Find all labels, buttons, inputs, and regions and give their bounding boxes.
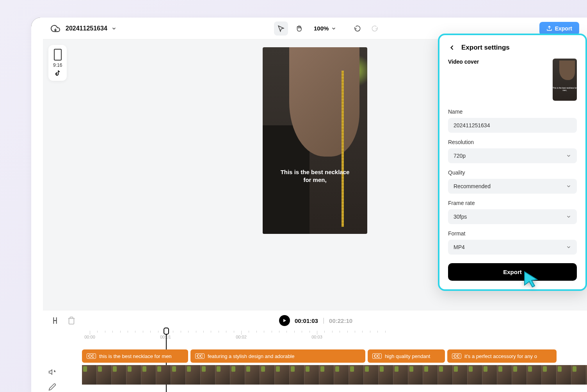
upload-icon — [546, 25, 552, 31]
project-title: 202411251634 — [66, 25, 107, 32]
video-thumbnail[interactable] — [260, 365, 275, 385]
video-thumbnail[interactable] — [290, 365, 304, 385]
video-thumbnail[interactable] — [453, 365, 468, 385]
chevron-down-icon — [111, 26, 117, 31]
tiktok-icon — [54, 70, 61, 77]
quality-label: Quality — [448, 169, 577, 176]
video-thumbnail[interactable] — [186, 365, 201, 385]
cc-icon: CC — [452, 353, 461, 359]
video-thumbnail[interactable] — [97, 365, 112, 385]
cc-icon: CC — [195, 353, 205, 359]
video-thumbnail[interactable] — [230, 365, 245, 385]
chevron-down-icon — [566, 214, 571, 219]
volume-icon[interactable] — [48, 368, 56, 376]
video-thumbnail[interactable] — [112, 365, 126, 385]
undo-button[interactable] — [350, 21, 365, 36]
video-thumbnail[interactable] — [156, 365, 171, 385]
video-thumbnail[interactable] — [275, 365, 290, 385]
edit-track-icon[interactable] — [48, 383, 56, 391]
format-select[interactable]: MP4 — [448, 240, 577, 255]
split-icon[interactable] — [51, 316, 59, 325]
track-icons — [48, 368, 56, 391]
cursor-tool[interactable] — [274, 21, 288, 36]
video-thumbnail[interactable] — [334, 365, 349, 385]
video-thumbnail[interactable] — [468, 365, 482, 385]
timeline-ruler[interactable]: 00:0000:0100:0200:03 — [43, 331, 587, 344]
video-thumbnail[interactable] — [171, 365, 186, 385]
playhead-handle[interactable] — [164, 328, 169, 335]
resolution-group: Resolution 720p — [448, 139, 577, 163]
video-preview[interactable]: This is the best necklace for men, — [263, 47, 367, 234]
name-input[interactable] — [448, 118, 577, 133]
video-thumbnail[interactable] — [141, 365, 156, 385]
chevron-down-icon — [566, 184, 571, 189]
export-label: Export — [555, 25, 572, 32]
tutorial-cursor — [521, 270, 540, 290]
video-thumbnail[interactable] — [82, 365, 97, 385]
chevron-down-icon — [331, 26, 336, 31]
caption-clip[interactable]: CChigh quality pendant — [368, 349, 445, 363]
topbar-right: Export — [539, 22, 579, 35]
video-thumbnail[interactable] — [527, 365, 542, 385]
caption-clip[interactable]: CCit's a perfect accessory for any o — [447, 349, 557, 363]
total-time: 00:22:10 — [329, 317, 352, 324]
cover-thumbnail[interactable]: This is the best necklace for men, — [553, 59, 577, 101]
chevron-down-icon — [566, 153, 571, 159]
ruler-label: 00:02 — [236, 335, 247, 339]
topbar-center: 100% — [274, 21, 382, 36]
video-thumbnail[interactable] — [408, 365, 423, 385]
aspect-ratio-label: 9:16 — [53, 62, 62, 68]
format-group: Format MP4 — [448, 230, 577, 255]
aspect-ratio-card[interactable]: 9:16 — [48, 45, 67, 81]
cc-icon: CC — [87, 353, 96, 359]
export-action-button[interactable]: Export — [448, 263, 577, 281]
export-button[interactable]: Export — [539, 22, 579, 35]
video-thumbnail[interactable] — [497, 365, 512, 385]
framerate-select[interactable]: 30fps — [448, 209, 577, 224]
caption-clip[interactable]: CCthis is the best necklace for men — [82, 349, 188, 363]
redo-button[interactable] — [368, 21, 382, 36]
video-thumbnail[interactable] — [126, 365, 141, 385]
cover-label: Video cover — [448, 59, 479, 65]
video-thumbnail[interactable] — [482, 365, 497, 385]
export-settings-panel: Export settings Video cover This is the … — [438, 34, 587, 291]
name-label: Name — [448, 109, 577, 115]
format-label: Format — [448, 230, 577, 237]
ruler-label: 00:01 — [160, 335, 171, 339]
cloud-icon[interactable] — [51, 24, 60, 33]
hand-tool[interactable] — [292, 21, 306, 36]
video-thumbnail[interactable] — [512, 365, 527, 385]
video-thumbnail[interactable] — [245, 365, 260, 385]
resolution-select[interactable]: 720p — [448, 148, 577, 163]
video-track[interactable] — [82, 365, 587, 385]
video-thumbnail[interactable] — [215, 365, 230, 385]
topbar-left: 202411251634 — [51, 24, 117, 33]
back-button[interactable] — [448, 44, 456, 52]
video-thumbnail[interactable] — [364, 365, 379, 385]
video-thumbnail[interactable] — [304, 365, 319, 385]
current-time: 00:01:03 — [295, 317, 318, 324]
panel-title: Export settings — [461, 44, 510, 52]
project-title-dropdown[interactable]: 202411251634 — [66, 25, 117, 32]
video-thumbnail[interactable] — [349, 365, 364, 385]
video-thumbnail[interactable] — [571, 365, 586, 385]
video-thumbnail[interactable] — [557, 365, 571, 385]
play-button[interactable] — [279, 315, 290, 326]
video-thumbnail[interactable] — [319, 365, 334, 385]
aspect-box-icon — [54, 49, 62, 61]
chevron-down-icon — [566, 244, 571, 250]
video-thumbnail[interactable] — [393, 365, 408, 385]
timeline-tracks: CCthis is the best necklace for menCCfea… — [43, 349, 587, 385]
delete-icon[interactable] — [67, 316, 76, 325]
zoom-dropdown[interactable]: 100% — [310, 25, 340, 32]
video-thumbnail[interactable] — [423, 365, 438, 385]
video-thumbnail[interactable] — [542, 365, 557, 385]
caption-track[interactable]: CCthis is the best necklace for menCCfea… — [82, 349, 587, 363]
svg-marker-0 — [283, 319, 286, 322]
video-thumbnail[interactable] — [438, 365, 453, 385]
quality-select[interactable]: Recommended — [448, 179, 577, 194]
caption-clip[interactable]: CCfeaturing a stylish design and adorabl… — [190, 349, 365, 363]
video-thumbnail[interactable] — [201, 365, 215, 385]
preview-caption: This is the best necklace for men, — [263, 168, 367, 184]
video-thumbnail[interactable] — [379, 365, 393, 385]
